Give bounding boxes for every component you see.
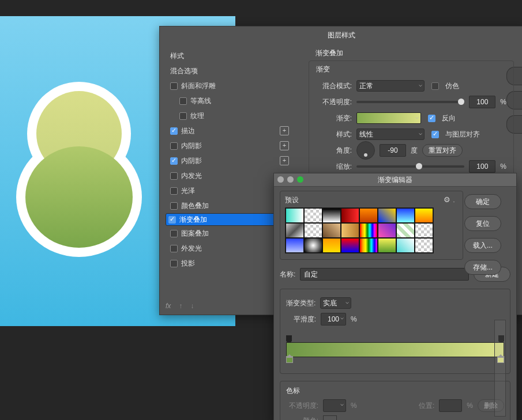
scale-input[interactable] bbox=[469, 160, 495, 173]
preset-swatch[interactable] bbox=[341, 208, 359, 223]
gradient-type-select[interactable]: 实底 bbox=[320, 297, 351, 309]
check[interactable] bbox=[170, 172, 178, 180]
preset-swatch[interactable] bbox=[359, 208, 378, 223]
check[interactable] bbox=[170, 202, 178, 210]
preset-swatch[interactable] bbox=[378, 223, 396, 238]
check[interactable] bbox=[170, 187, 178, 195]
label: 描边 bbox=[181, 126, 195, 136]
gear-icon[interactable]: ⚙︎﹒ bbox=[444, 195, 458, 205]
preset-swatch[interactable] bbox=[341, 238, 359, 253]
preset-swatch[interactable] bbox=[322, 238, 341, 253]
label: 等高线 bbox=[190, 96, 211, 106]
pct: % bbox=[351, 315, 357, 323]
preset-swatch[interactable] bbox=[415, 208, 433, 223]
add-icon[interactable]: + bbox=[280, 156, 289, 165]
angle-input[interactable] bbox=[380, 144, 406, 157]
dither-checkbox[interactable] bbox=[431, 82, 439, 90]
fx-stroke[interactable]: 描边+ bbox=[166, 123, 294, 138]
fx-inner-shadow-2[interactable]: 内阴影+ bbox=[166, 153, 294, 168]
preset-swatch[interactable] bbox=[396, 238, 415, 253]
preset-swatch[interactable] bbox=[304, 223, 322, 238]
scale-slider[interactable] bbox=[356, 165, 464, 168]
check[interactable] bbox=[168, 216, 176, 224]
maximize-icon[interactable] bbox=[297, 176, 303, 183]
opacity-slider[interactable] bbox=[356, 101, 464, 103]
dither-label: 仿色 bbox=[445, 81, 459, 91]
gradient-bar[interactable] bbox=[286, 342, 504, 357]
stop-pos-input[interactable] bbox=[439, 399, 462, 412]
fx-inner-shadow-1[interactable]: 内阴影+ bbox=[166, 138, 294, 153]
opacity-input[interactable] bbox=[469, 96, 495, 108]
color-label: 颜色: bbox=[286, 416, 318, 421]
reverse-label: 反向 bbox=[442, 113, 456, 123]
preset-swatch[interactable] bbox=[286, 208, 304, 223]
check[interactable] bbox=[170, 230, 178, 237]
reset-button[interactable]: 复位 bbox=[464, 216, 501, 231]
name-input[interactable] bbox=[300, 268, 469, 281]
arrow-up-icon[interactable]: ↑ bbox=[179, 302, 182, 310]
gradient-preview[interactable] bbox=[356, 112, 421, 124]
reset-alignment-button[interactable]: 重置对齐 bbox=[422, 144, 463, 157]
fx-texture[interactable]: 纹理 bbox=[166, 108, 294, 123]
ok-button[interactable]: 确定 bbox=[464, 194, 501, 209]
preset-swatch[interactable] bbox=[359, 238, 378, 253]
preset-swatch[interactable] bbox=[396, 223, 415, 238]
load-button[interactable]: 载入... bbox=[464, 238, 501, 253]
check[interactable] bbox=[170, 82, 178, 90]
color-stop[interactable] bbox=[286, 356, 293, 363]
fx-bevel-emboss[interactable]: 斜面和浮雕 bbox=[166, 78, 294, 93]
save-button[interactable]: 存储... bbox=[464, 260, 501, 275]
arrow-down-icon[interactable]: ↓ bbox=[190, 302, 194, 310]
check[interactable] bbox=[170, 260, 178, 267]
fx-contour[interactable]: 等高线 bbox=[166, 93, 294, 108]
blending-options[interactable]: 混合选项 bbox=[166, 63, 294, 78]
align-checkbox[interactable] bbox=[431, 131, 439, 138]
dialog-title: 图层样式 bbox=[160, 27, 522, 44]
check[interactable] bbox=[179, 97, 187, 105]
label: 颜色叠加 bbox=[181, 201, 209, 211]
preset-swatch[interactable] bbox=[396, 208, 415, 223]
gradient-editor-dialog: 渐变编辑器 确定 复位 载入... 存储... 预设 ⚙︎﹒ 名称: 新建 bbox=[273, 173, 517, 420]
preset-grid bbox=[285, 207, 434, 253]
minimize-icon[interactable] bbox=[287, 176, 294, 183]
angle-wheel[interactable] bbox=[356, 141, 375, 160]
style-label: 样式: bbox=[316, 130, 352, 139]
pos-label: 位置: bbox=[419, 401, 434, 411]
check[interactable] bbox=[179, 112, 187, 120]
preset-swatch[interactable] bbox=[415, 223, 433, 238]
deg: 度 bbox=[411, 146, 418, 156]
name-label: 名称: bbox=[280, 270, 295, 279]
preset-swatch[interactable] bbox=[286, 238, 304, 253]
check[interactable] bbox=[170, 127, 178, 135]
section-title: 渐变叠加 bbox=[316, 48, 514, 58]
styles-header[interactable]: 样式 bbox=[166, 48, 294, 63]
preset-swatch[interactable] bbox=[378, 208, 396, 223]
check[interactable] bbox=[170, 142, 178, 150]
stop-opacity-label: 不透明度: bbox=[286, 401, 318, 411]
preset-swatch[interactable] bbox=[341, 223, 359, 238]
preset-swatch[interactable] bbox=[286, 223, 304, 238]
fx-icon[interactable]: fx bbox=[166, 302, 171, 310]
sub-title: 渐变 bbox=[316, 65, 506, 74]
opacity-stop[interactable] bbox=[286, 335, 292, 341]
gradient-style-select[interactable]: 线性 bbox=[356, 128, 425, 140]
preset-swatch[interactable] bbox=[359, 223, 378, 238]
check[interactable] bbox=[170, 245, 178, 252]
check[interactable] bbox=[170, 157, 178, 165]
add-icon[interactable]: + bbox=[280, 141, 289, 150]
reverse-checkbox[interactable] bbox=[428, 115, 435, 122]
label: 光泽 bbox=[181, 186, 195, 196]
close-icon[interactable] bbox=[277, 176, 284, 183]
dialog-buttons: 确定 复位 载入... 存储... bbox=[464, 194, 501, 275]
blend-mode-select[interactable]: 正常 bbox=[356, 80, 425, 92]
add-icon[interactable]: + bbox=[280, 126, 289, 135]
preset-swatch[interactable] bbox=[322, 208, 341, 223]
stop-opacity-input[interactable] bbox=[323, 399, 346, 412]
smooth-input[interactable] bbox=[321, 313, 346, 326]
color-swatch[interactable] bbox=[323, 415, 337, 420]
preset-swatch[interactable] bbox=[415, 238, 433, 253]
preset-swatch[interactable] bbox=[378, 238, 396, 253]
preset-swatch[interactable] bbox=[322, 223, 341, 238]
preset-swatch[interactable] bbox=[304, 208, 322, 223]
preset-swatch[interactable] bbox=[304, 238, 322, 253]
